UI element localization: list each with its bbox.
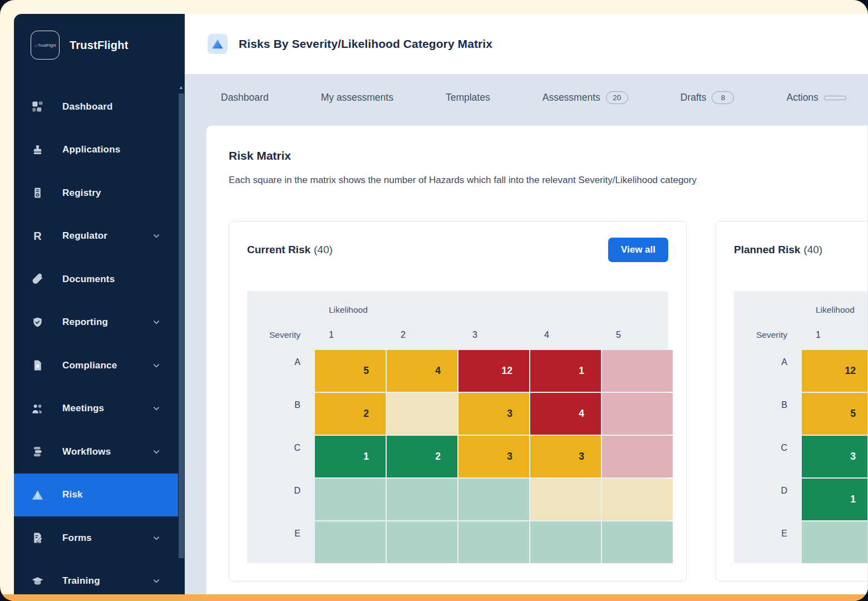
matrix-cell-E1[interactable] — [802, 521, 868, 563]
matrix-cell-D1[interactable] — [315, 479, 386, 520]
sidebar-item-label: Meetings — [62, 403, 104, 414]
sidebar-item-forms[interactable]: Forms — [14, 516, 178, 560]
sidebar-item-label: Regulator — [62, 230, 107, 242]
sidebar-item-label: Workflows — [62, 446, 111, 457]
matrix-cell-D3[interactable] — [458, 479, 529, 520]
logo-small-text: TrustFlight — [38, 43, 56, 47]
chevron-down-icon — [151, 447, 161, 457]
severity-row-header: A — [247, 350, 314, 392]
sidebar-item-label: Risk — [62, 489, 83, 500]
chevron-down-icon — [151, 361, 161, 371]
tab-label: Dashboard — [221, 92, 269, 104]
sidebar-item-label: Applications — [62, 144, 120, 155]
trustflight-logo-icon: ◁ TrustFlight — [31, 31, 60, 60]
brand-name: TrustFlight — [70, 39, 129, 52]
panel-title-text: Current Risk — [247, 244, 310, 255]
matrix-cell-E2[interactable] — [387, 521, 457, 563]
matrix-cell-D2[interactable] — [387, 479, 457, 520]
matrix-cell-C3[interactable]: 3 — [458, 436, 529, 477]
tab-my-assessments[interactable]: My assessments — [321, 92, 393, 104]
matrix-cell-B2[interactable] — [387, 393, 457, 435]
doc-pencil-icon — [31, 531, 45, 545]
stamp-icon — [31, 143, 45, 157]
matrix-cell-A5[interactable] — [602, 350, 673, 392]
sidebar-item-regulator[interactable]: RRegulator — [14, 215, 178, 258]
sidebar-scrollbar-thumb[interactable] — [179, 93, 184, 558]
matrix-panels: Current Risk(40)View allLikelihoodSeveri… — [229, 221, 845, 582]
panel-title: Planned Risk(40) — [734, 244, 822, 256]
matrix-cell-A1[interactable]: 12 — [802, 350, 868, 392]
chevron-down-icon — [151, 533, 161, 543]
panel-header: Current Risk(40)View all — [247, 237, 668, 263]
severity-row-header: E — [247, 521, 314, 563]
dashboard-icon — [31, 100, 45, 114]
view-all-button[interactable]: View all — [608, 238, 668, 262]
matrix-cell-E4[interactable] — [530, 521, 601, 563]
matrix-cell-D5[interactable] — [602, 479, 673, 520]
sidebar-item-compliance[interactable]: Compliance — [14, 344, 178, 387]
matrix-cell-B1[interactable]: 2 — [315, 393, 386, 435]
panel-title-text: Planned Risk — [734, 244, 800, 255]
tab-dashboard[interactable]: Dashboard — [221, 92, 269, 104]
sidebar-scrollbar-up-arrow-icon[interactable]: ▲ — [178, 85, 184, 90]
matrix-cell-B5[interactable] — [602, 393, 673, 435]
sidebar-item-applications[interactable]: Applications — [14, 129, 178, 172]
risk-matrix-grid: LikelihoodSeverity1A12B5C3D1E — [734, 291, 868, 563]
likelihood-column-header: 2 — [387, 321, 457, 349]
panel-title: Current Risk(40) — [247, 244, 333, 256]
matrix-cell-C4[interactable]: 3 — [530, 436, 601, 477]
matrix-cell-D4[interactable] — [530, 479, 601, 520]
matrix-cell-D1[interactable]: 1 — [802, 479, 868, 520]
logo-triangle-icon: ◁ — [34, 43, 37, 47]
matrix-cell-C2[interactable]: 2 — [387, 436, 457, 477]
sidebar-item-documents[interactable]: Documents — [14, 258, 178, 301]
tab-drafts[interactable]: Drafts8 — [680, 91, 734, 104]
matrix-corner-spacer — [734, 300, 801, 320]
severity-row-header: A — [734, 350, 801, 392]
doc-star-icon — [31, 358, 45, 372]
tab-label: Assessments — [542, 92, 600, 104]
severity-axis-label: Severity — [247, 321, 314, 349]
matrix-cell-B3[interactable]: 3 — [458, 393, 529, 435]
matrix-corner-spacer — [247, 300, 314, 320]
tab-templates[interactable]: Templates — [446, 92, 490, 104]
panel-count: (40) — [803, 244, 822, 255]
tab-count-badge — [824, 96, 846, 100]
warning-triangle-icon — [31, 488, 45, 502]
main-area: Risks By Severity/Likelihood Category Ma… — [185, 14, 868, 594]
brand-row: ◁ TrustFlight TrustFlight — [14, 14, 185, 60]
bottom-accent-bar — [0, 594, 868, 601]
sidebar-item-training[interactable]: Training — [14, 560, 178, 595]
likelihood-column-header: 1 — [802, 321, 868, 349]
matrix-cell-A2[interactable]: 4 — [387, 350, 457, 392]
matrix-cell-A1[interactable]: 5 — [315, 350, 386, 392]
likelihood-column-header: 4 — [530, 321, 601, 349]
panel-planned-risk: Planned Risk(40)LikelihoodSeverity1A12B5… — [716, 221, 868, 582]
risk-matrix-title: Risk Matrix — [229, 149, 845, 162]
grad-cap-icon — [31, 574, 45, 588]
likelihood-column-header: 3 — [458, 321, 529, 349]
matrix-cell-A4[interactable]: 1 — [530, 350, 601, 392]
sidebar-item-reporting[interactable]: Reporting — [14, 301, 178, 344]
panel-header: Planned Risk(40) — [734, 237, 868, 263]
sidebar-item-registry[interactable]: Registry — [14, 171, 178, 215]
sidebar-item-label: Training — [62, 575, 100, 587]
risk-matrix-description: Each square in the matrix shows the numb… — [229, 175, 845, 186]
matrix-cell-C5[interactable] — [602, 436, 673, 477]
tab-assessments[interactable]: Assessments20 — [542, 91, 628, 104]
sidebar-item-workflows[interactable]: Workflows — [14, 430, 178, 474]
matrix-cell-E5[interactable] — [602, 521, 673, 563]
sidebar-item-meetings[interactable]: Meetings — [14, 387, 178, 431]
severity-row-header: D — [734, 479, 801, 520]
matrix-cell-C1[interactable]: 3 — [802, 436, 868, 477]
matrix-cell-E3[interactable] — [458, 521, 529, 563]
matrix-cell-E1[interactable] — [315, 521, 386, 563]
risk-matrix-card: Risk Matrix Each square in the matrix sh… — [206, 125, 868, 594]
tab-actions[interactable]: Actions — [786, 92, 846, 104]
sidebar-item-dashboard[interactable]: Dashboard — [14, 85, 178, 129]
matrix-cell-B4[interactable]: 4 — [530, 393, 601, 435]
matrix-cell-B1[interactable]: 5 — [802, 393, 868, 435]
matrix-cell-C1[interactable]: 1 — [315, 436, 386, 477]
sidebar-item-risk[interactable]: Risk — [14, 474, 178, 517]
matrix-cell-A3[interactable]: 12 — [458, 350, 529, 392]
